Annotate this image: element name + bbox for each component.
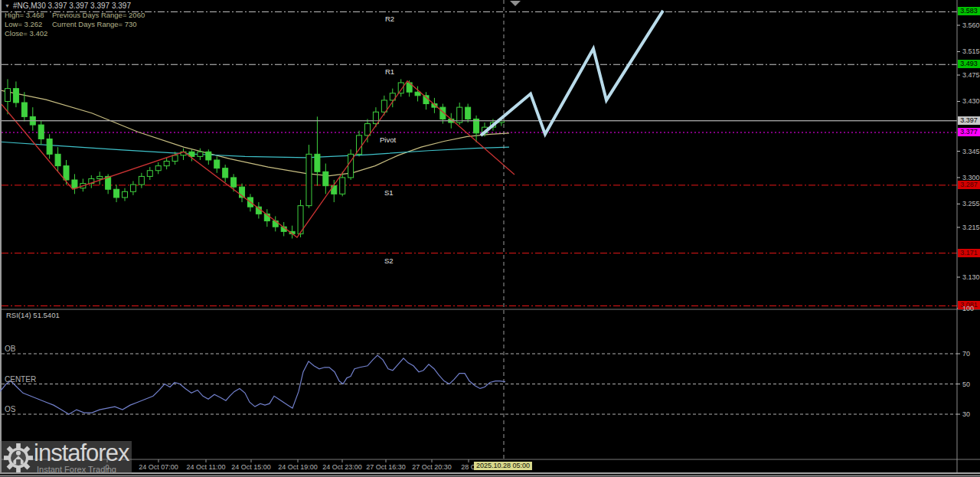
price-axis-label: 3.215 bbox=[962, 224, 980, 231]
chart-overlay: ▼#NG,M30 3.397 3.397 3.397 3.397 High= 3… bbox=[0, 0, 980, 477]
rsi-zone-label-ob: OB bbox=[5, 345, 15, 353]
price-axis-label: 3.560 bbox=[962, 21, 980, 29]
previous-range-value: Previous Days Range= 2060 bbox=[52, 11, 145, 20]
pivot-level-label-s2: S2 bbox=[384, 256, 394, 265]
price-axis-badge: 3.377 bbox=[958, 128, 980, 136]
high-value: High= 3.468 bbox=[5, 11, 52, 20]
price-axis-label: 3.345 bbox=[962, 148, 980, 155]
price-axis-badge: 3.493 bbox=[958, 60, 980, 68]
current-range-value: Current Days Range= 730 bbox=[52, 20, 137, 29]
price-axis-label: 3.255 bbox=[962, 200, 980, 207]
pivot-level-label-r2: R2 bbox=[385, 15, 394, 23]
rsi-scale-label: 30 bbox=[962, 410, 970, 418]
pivot-level-label-pivot: Pivot bbox=[380, 136, 396, 144]
price-axis-label: 3.130 bbox=[962, 273, 980, 281]
logo-wordmark: instaforex bbox=[34, 439, 129, 467]
rsi-scale-label: 100 bbox=[962, 305, 974, 312]
pivot-level-label-s1: S1 bbox=[384, 188, 394, 197]
time-cursor-badge: 2025.10.28 05:00 bbox=[474, 462, 532, 470]
info-row-low: Low= 3.262 Current Days Range= 730 bbox=[5, 20, 145, 29]
info-row-close: Close= 3.402 bbox=[5, 29, 145, 38]
low-value: Low= 3.262 bbox=[5, 20, 52, 29]
price-axis-label: 3.475 bbox=[962, 71, 980, 79]
symbol-title-row: ▼#NG,M30 3.397 3.397 3.397 3.397 bbox=[5, 2, 145, 11]
rsi-indicator-label: RSI(14) 51.5401 bbox=[6, 311, 60, 319]
price-axis-label: 3.430 bbox=[962, 97, 980, 105]
rsi-zone-label-center: CENTER bbox=[5, 375, 36, 384]
rsi-scale-label: 50 bbox=[962, 381, 970, 388]
pivot-level-label-r1: R1 bbox=[385, 67, 394, 76]
symbol-info-panel: ▼#NG,M30 3.397 3.397 3.397 3.397 High= 3… bbox=[5, 2, 145, 38]
price-axis-badge: 3.287 bbox=[958, 181, 980, 189]
price-axis-badge: 3.171 bbox=[958, 249, 980, 257]
price-axis-badge: 3.397 bbox=[958, 116, 980, 125]
instaforex-logo: instaforex Instant Forex Trading bbox=[0, 441, 132, 474]
mt-chart-window: ▼#NG,M30 3.397 3.397 3.397 3.397 High= 3… bbox=[0, 0, 980, 477]
chevron-down-icon[interactable]: ▼ bbox=[5, 3, 10, 8]
rsi-zone-label-os: OS bbox=[5, 405, 15, 413]
info-row-high: High= 3.468 Previous Days Range= 2060 bbox=[5, 11, 145, 20]
rsi-scale-label: 70 bbox=[962, 350, 970, 358]
price-axis-badge: 3.583 bbox=[958, 7, 980, 15]
gear-bull-icon bbox=[4, 443, 33, 472]
price-axis-label: 3.515 bbox=[962, 47, 980, 55]
logo-tagline: Instant Forex Trading bbox=[37, 465, 116, 474]
symbol-ohlc-title: #NG,M30 3.397 3.397 3.397 3.397 bbox=[13, 2, 131, 10]
close-value: Close= 3.402 bbox=[5, 29, 52, 38]
